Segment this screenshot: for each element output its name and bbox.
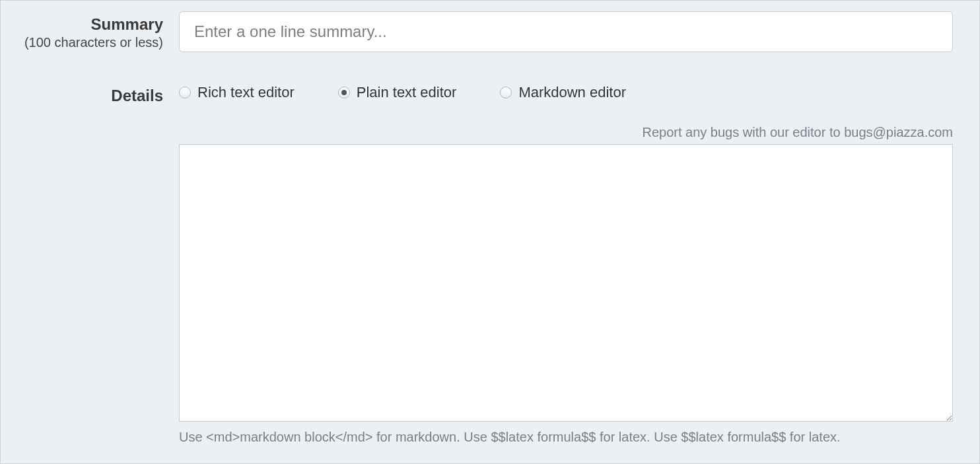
radio-icon xyxy=(338,87,350,98)
hint-row: Use <md>markdown block</md> for markdown… xyxy=(18,430,953,445)
details-label: Details xyxy=(18,87,163,105)
summary-row: Summary (100 characters or less) xyxy=(18,11,953,52)
radio-icon xyxy=(500,87,512,98)
summary-sublabel: (100 characters or less) xyxy=(18,35,163,50)
post-form-panel: Summary (100 characters or less) Details… xyxy=(0,0,980,464)
summary-field-col xyxy=(179,11,953,52)
editor-radio-plain[interactable]: Plain text editor xyxy=(338,84,457,101)
editor-radio-label: Markdown editor xyxy=(518,84,626,101)
editor-hint-text: Use <md>markdown block</md> for markdown… xyxy=(179,430,841,444)
summary-label-col: Summary (100 characters or less) xyxy=(18,11,179,50)
radio-icon xyxy=(179,87,191,98)
details-row: Details Rich text editor Plain text edit… xyxy=(18,84,953,105)
editor-type-radio-group: Rich text editor Plain text editor Markd… xyxy=(179,84,953,101)
editor-bug-note: Report any bugs with our editor to bugs@… xyxy=(642,125,953,140)
details-textarea[interactable] xyxy=(179,144,953,422)
editor-radio-markdown[interactable]: Markdown editor xyxy=(500,84,626,101)
summary-label: Summary xyxy=(18,15,163,34)
details-label-col: Details xyxy=(18,84,179,105)
editor-radio-rich[interactable]: Rich text editor xyxy=(179,84,295,101)
editor-radio-label: Plain text editor xyxy=(357,84,457,101)
bug-note-row: Report any bugs with our editor to bugs@… xyxy=(18,105,953,140)
editor-radio-label: Rich text editor xyxy=(197,84,295,101)
summary-input[interactable] xyxy=(179,11,953,52)
editor-row xyxy=(18,144,953,424)
details-field-col: Rich text editor Plain text editor Markd… xyxy=(179,84,953,101)
